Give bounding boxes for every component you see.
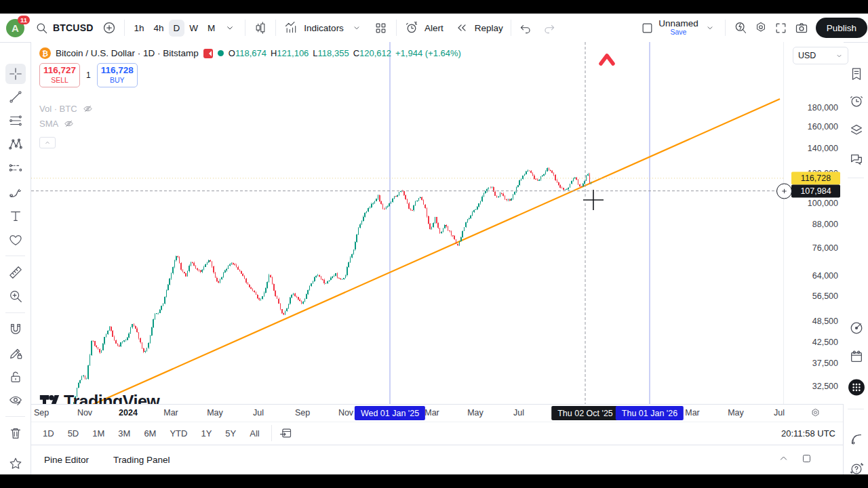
clock-utc[interactable]: 20:11:58 UTC [781, 428, 835, 439]
eye-hidden-icon[interactable] [63, 119, 75, 129]
tab-trading-panel[interactable]: Trading Panel [113, 455, 170, 465]
exchange-icon [203, 49, 213, 58]
volume-legend-row[interactable]: Vol · BTC [39, 104, 94, 114]
fib-lines-tool[interactable] [5, 110, 26, 131]
favorites-star-tool[interactable] [5, 453, 26, 474]
eye-hidden-icon[interactable] [82, 104, 94, 114]
publish-button[interactable]: Publish [816, 18, 867, 38]
range-3M[interactable]: 3M [113, 426, 135, 441]
sma-legend-row[interactable]: SMA [39, 119, 75, 129]
sidebar-divider [848, 409, 864, 409]
range-YTD[interactable]: YTD [165, 426, 192, 441]
time-axis[interactable]: SepNov2024MarMayJulSepNovMarMayJulMarMay… [31, 404, 843, 422]
range-6M[interactable]: 6M [139, 426, 161, 441]
chart-title[interactable]: Bitcoin / U.S. Dollar · 1D · Bitstamp [56, 48, 199, 58]
range-1M[interactable]: 1M [87, 426, 109, 441]
sell-button[interactable]: 116,727 SELL [39, 63, 80, 87]
drawing-mode-tool[interactable] [5, 343, 26, 363]
interval-W[interactable]: W [184, 20, 203, 37]
range-All[interactable]: All [245, 426, 264, 441]
interval-4h[interactable]: 4h [149, 20, 169, 37]
interval-D[interactable]: D [169, 20, 185, 37]
panel-maximize-icon[interactable] [802, 453, 812, 464]
order-quantity[interactable]: 1 [86, 70, 91, 80]
panel-expand-chevron-icon[interactable] [778, 453, 789, 464]
remove-drawings-tool[interactable] [5, 423, 26, 443]
chart-canvas[interactable]: ₿ Bitcoin / U.S. Dollar · 1D · Bitstamp … [31, 42, 783, 404]
range-5Y[interactable]: 5Y [220, 426, 241, 441]
symbol-search-icon[interactable] [31, 18, 52, 38]
brush-tool[interactable] [5, 182, 26, 203]
range-5D[interactable]: 5D [63, 426, 84, 441]
apps-grid-icon[interactable] [848, 378, 865, 396]
price-badge-yellow: 116,728 [791, 171, 840, 184]
price-tick: 64,000 [812, 271, 838, 281]
range-1Y[interactable]: 1Y [196, 426, 216, 441]
layout-name-block[interactable]: Unnamed Save [658, 19, 698, 37]
undo-icon[interactable] [516, 18, 536, 38]
streams-signal-icon[interactable] [848, 430, 865, 448]
chart-style-icon[interactable] [250, 18, 271, 38]
projection-tool[interactable] [5, 158, 26, 178]
price-tick: 37,500 [812, 359, 838, 368]
quick-search-icon[interactable] [730, 18, 751, 38]
zoom-in-tool[interactable] [5, 286, 26, 306]
trend-line-tool[interactable] [5, 87, 26, 107]
measure-ruler-tool[interactable] [5, 262, 26, 283]
hide-drawings-tool[interactable] [5, 390, 26, 411]
indicators-button[interactable]: Indicators [304, 23, 344, 33]
text-tool[interactable] [5, 206, 26, 226]
compare-add-icon[interactable] [99, 18, 119, 38]
go-to-date-icon[interactable] [279, 426, 292, 440]
layout-chevron-icon[interactable] [700, 18, 720, 38]
buy-button[interactable]: 116,728 BUY [97, 63, 138, 87]
layout-icon[interactable] [637, 18, 657, 38]
crosshair-tool[interactable] [5, 64, 26, 84]
tab-pine-editor[interactable]: Pine Editor [44, 455, 89, 465]
price-tick: 88,000 [812, 220, 838, 229]
fullscreen-icon[interactable] [771, 18, 791, 38]
interval-M[interactable]: M [203, 20, 220, 37]
legend-collapse-button[interactable] [39, 137, 56, 148]
replay-button[interactable]: Replay [475, 23, 503, 33]
currency-selector[interactable]: USD [793, 47, 848, 64]
user-avatar[interactable]: A 11 [6, 19, 24, 37]
calendar-icon[interactable] [848, 348, 865, 365]
time-badge-blue: Wed 01 Jan '25 [355, 406, 425, 420]
indicator-templates-icon[interactable] [371, 18, 391, 38]
indicators-icon[interactable] [281, 18, 301, 38]
dom-layers-icon[interactable] [848, 121, 865, 139]
range-1D[interactable]: 1D [38, 426, 59, 441]
symbol-name[interactable]: BTCUSD [53, 22, 94, 33]
interval-chevron-icon[interactable] [220, 18, 240, 38]
indicators-chevron-icon[interactable] [347, 18, 367, 38]
redo-icon[interactable] [539, 18, 559, 38]
settings-gear-icon[interactable] [751, 18, 771, 38]
price-badge-black: 107,984 [791, 184, 840, 197]
magnet-tool[interactable] [5, 319, 26, 339]
ideas-target-icon[interactable] [848, 319, 865, 337]
add-alert-plus-button[interactable] [776, 183, 792, 199]
interval-1h[interactable]: 1h [130, 20, 149, 37]
lock-drawings-tool[interactable] [5, 367, 26, 387]
snapshot-camera-icon[interactable] [791, 18, 812, 38]
red-marker-icon[interactable] [601, 56, 613, 64]
candles [70, 167, 592, 404]
pattern-xabcd-tool[interactable] [5, 134, 26, 155]
high-value: 121,106 [277, 48, 309, 58]
alerts-clock-icon[interactable] [848, 92, 865, 110]
watchlist-icon[interactable] [848, 65, 865, 83]
chat-icon[interactable] [848, 150, 865, 168]
right-sidebar [843, 43, 868, 474]
save-button[interactable]: Save [670, 28, 686, 37]
alert-icon[interactable] [401, 18, 422, 38]
price-axis[interactable]: USD 180,000160,000140,000120,000100,0008… [783, 42, 844, 404]
help-icon[interactable] [848, 460, 865, 478]
chart-legend: ₿ Bitcoin / U.S. Dollar · 1D · Bitstamp … [39, 47, 461, 59]
date-range-toolbar: 1D5D1M3M6MYTD1Y5YAll 20:11:58 UTC [31, 422, 843, 444]
alert-button[interactable]: Alert [425, 23, 443, 33]
replay-icon[interactable] [452, 18, 472, 38]
emoji-heart-tool[interactable] [5, 230, 26, 250]
axis-settings-gear-icon[interactable] [810, 407, 821, 422]
trend-line-drawing[interactable] [58, 99, 780, 404]
